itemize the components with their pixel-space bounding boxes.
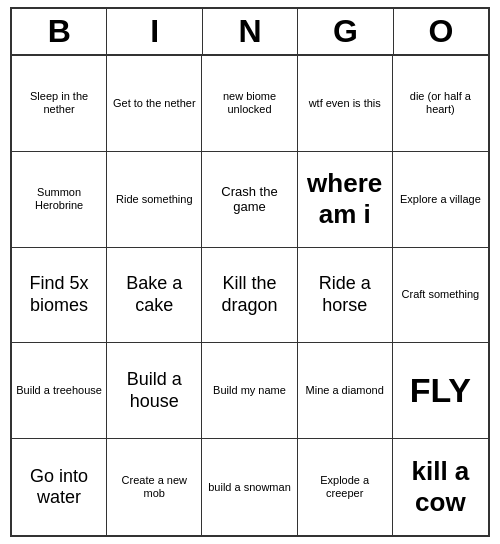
bingo-cell-12: Kill the dragon	[202, 248, 297, 344]
header-letter-O: O	[394, 9, 488, 54]
bingo-cell-19: FLY	[393, 343, 488, 439]
bingo-cell-21: Create a new mob	[107, 439, 202, 535]
bingo-cell-24: kill a cow	[393, 439, 488, 535]
bingo-cell-17: Build my name	[202, 343, 297, 439]
bingo-cell-1: Get to the nether	[107, 56, 202, 152]
bingo-cell-16: Build a house	[107, 343, 202, 439]
header-letter-G: G	[298, 9, 393, 54]
bingo-cell-22: build a snowman	[202, 439, 297, 535]
bingo-cell-13: Ride a horse	[298, 248, 393, 344]
header-letter-N: N	[203, 9, 298, 54]
header-letter-I: I	[107, 9, 202, 54]
bingo-grid: Sleep in the netherGet to the nethernew …	[12, 56, 488, 535]
bingo-cell-14: Craft something	[393, 248, 488, 344]
bingo-cell-2: new biome unlocked	[202, 56, 297, 152]
bingo-cell-3: wtf even is this	[298, 56, 393, 152]
bingo-cell-7: Crash the game	[202, 152, 297, 248]
bingo-header: BINGO	[12, 9, 488, 56]
bingo-cell-8: where am i	[298, 152, 393, 248]
bingo-cell-18: Mine a diamond	[298, 343, 393, 439]
bingo-cell-20: Go into water	[12, 439, 107, 535]
bingo-cell-6: Ride something	[107, 152, 202, 248]
bingo-cell-23: Explode a creeper	[298, 439, 393, 535]
bingo-cell-9: Explore a village	[393, 152, 488, 248]
bingo-cell-10: Find 5x biomes	[12, 248, 107, 344]
header-letter-B: B	[12, 9, 107, 54]
bingo-cell-11: Bake a cake	[107, 248, 202, 344]
bingo-cell-0: Sleep in the nether	[12, 56, 107, 152]
bingo-cell-5: Summon Herobrine	[12, 152, 107, 248]
bingo-cell-15: Build a treehouse	[12, 343, 107, 439]
bingo-card: BINGO Sleep in the netherGet to the neth…	[10, 7, 490, 537]
bingo-cell-4: die (or half a heart)	[393, 56, 488, 152]
